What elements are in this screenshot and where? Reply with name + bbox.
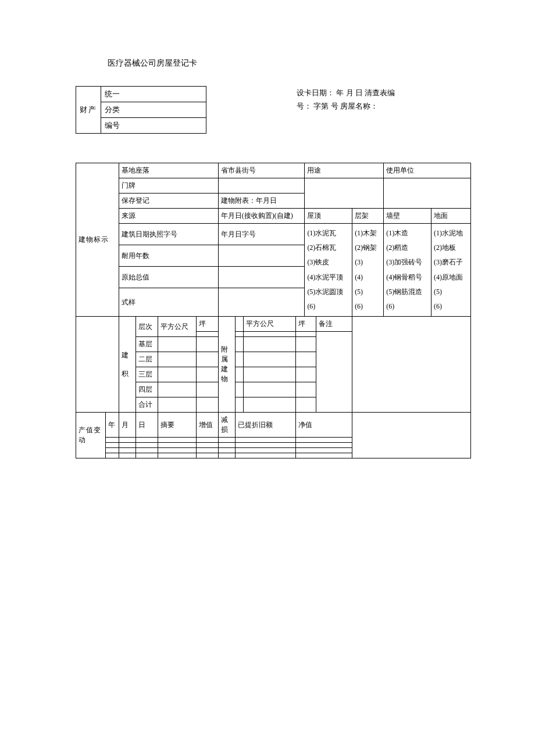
property-code-table: 财产 统一 分类 编号	[76, 86, 206, 134]
att-r4-c2	[243, 382, 295, 397]
att-r2-c3	[295, 352, 316, 367]
day-label: 日	[136, 413, 158, 438]
att-r2-c1	[235, 352, 243, 367]
attached-c1r2	[235, 332, 243, 337]
check-number-line: 号： 字第 号 房屋名称：	[297, 99, 395, 113]
level-label: 层次	[136, 317, 158, 337]
door-label: 门牌	[119, 178, 219, 194]
att-r1-c1	[235, 337, 243, 352]
building-label: 建物标示	[76, 163, 119, 317]
third-ping	[196, 367, 218, 382]
att-r3-c3	[295, 367, 316, 382]
attached-c2r2	[243, 332, 295, 337]
third-floor-label: 三层	[136, 367, 158, 382]
build-date-label: 建筑日期执照字号	[119, 224, 219, 245]
base-location-value: 省市县街号	[218, 163, 305, 178]
year-label: 年	[106, 413, 119, 438]
remark-body	[352, 317, 471, 413]
orig-value-label: 原始总值	[119, 267, 219, 288]
build-area-label: 建 积	[119, 317, 136, 413]
source-value: 年月日(接收购置)(自建)	[218, 209, 305, 224]
base-floor-label: 基层	[136, 337, 158, 352]
roof-items: (1)水泥瓦 (2)石棉瓦 (3)铁皮 (4)水泥平顶 (5)水泥圆顶 (6)	[305, 224, 352, 317]
ping-empty	[196, 332, 218, 337]
frame-items: (1)木架 (2)钢架 (3) (4) (5) (6)	[352, 224, 384, 317]
wall-label: 墙壁	[384, 209, 431, 224]
useful-years-label: 耐用年数	[119, 245, 219, 267]
build-date-value: 年月日字号	[218, 224, 305, 245]
sqm2-label: 平方公尺	[243, 317, 295, 332]
att-r3-c2	[243, 367, 295, 382]
useful-years-value	[218, 245, 305, 267]
att-r1-c2	[243, 337, 295, 352]
style-value	[218, 288, 305, 317]
page-title: 医疗器械公司房屋登记卡	[108, 58, 471, 69]
unified-label: 统一	[101, 87, 206, 102]
decrease-label: 减损	[218, 413, 235, 438]
att-r3-c1	[235, 367, 243, 382]
property-side-label: 财产	[76, 87, 101, 134]
att-r4-c3	[295, 382, 316, 397]
base-sqm	[158, 337, 197, 352]
depreciation-label: 已提折旧额	[235, 413, 295, 438]
remark-empty	[316, 332, 352, 413]
net-value-label: 净值	[295, 413, 352, 438]
door-value	[218, 178, 305, 194]
att-r1-c3	[295, 337, 316, 352]
increase-label: 增值	[196, 413, 218, 438]
total-ping	[196, 397, 218, 413]
frame-label: 层架	[352, 209, 384, 224]
attached-label: 附属建物	[218, 317, 235, 413]
unit-label: 使用单位	[384, 163, 471, 178]
header-right: 设卡日期： 年 月 日 清查表编 号： 字第 号 房屋名称：	[297, 86, 395, 134]
preserve-label: 保存登记	[119, 194, 219, 209]
att-r4-c1	[235, 382, 243, 397]
floor-items: (1)水泥地 (2)地板 (3)磨石子 (4)原地面 (5) (6)	[431, 224, 471, 317]
number-label: 编号	[101, 118, 206, 134]
att-r5-c1	[235, 397, 243, 413]
summary-label: 摘要	[158, 413, 197, 438]
category-label: 分类	[101, 102, 206, 118]
attached-c3r2	[295, 332, 316, 337]
total-label: 合计	[136, 397, 158, 413]
att-r2-c2	[243, 352, 295, 367]
base-ping	[196, 337, 218, 352]
remark-label: 备注	[316, 317, 352, 332]
usage-label: 用途	[305, 163, 384, 178]
fourth-floor-label: 四层	[136, 382, 158, 397]
preserve-value: 建物附表：年月日	[218, 194, 305, 209]
fourth-ping	[196, 382, 218, 397]
sqm-label: 平方公尺	[158, 317, 197, 337]
att-r5-c3	[295, 397, 316, 413]
header-row: 财产 统一 分类 编号 设卡日期： 年 月 日 清查表编 号： 字第 号 房屋名…	[76, 86, 471, 134]
card-date-line: 设卡日期： 年 月 日 清查表编	[297, 86, 395, 99]
value-change-right-empty	[352, 413, 471, 458]
att-r5-c2	[243, 397, 295, 413]
usage-value	[305, 178, 384, 209]
orig-value-value	[218, 267, 305, 288]
value-change-label: 产值变动	[76, 413, 106, 458]
third-sqm	[158, 367, 197, 382]
second-floor-label: 二层	[136, 352, 158, 367]
style-label: 式样	[119, 288, 219, 317]
wall-items: (1)木造 (2)稻造 (3)加强砖号 (4)钢骨稻号 (5)钢筋混造 (6)	[384, 224, 431, 317]
ping-label: 坪	[196, 317, 218, 332]
month-label: 月	[119, 413, 136, 438]
unit-value	[384, 178, 471, 209]
floor-surface-label: 地面	[431, 209, 471, 224]
ping2-label: 坪	[295, 317, 316, 332]
main-table: 建物标示 基地座落 省市县街号 用途 使用单位 门牌 保存登记 建物附表：年月日…	[76, 163, 471, 458]
second-sqm	[158, 352, 197, 367]
empty-left	[76, 317, 119, 413]
fourth-sqm	[158, 382, 197, 397]
source-label: 来源	[119, 209, 219, 224]
total-sqm	[158, 397, 197, 413]
roof-label: 屋顶	[305, 209, 352, 224]
second-ping	[196, 352, 218, 367]
base-location-label: 基地座落	[119, 163, 219, 178]
attached-col1	[235, 317, 243, 332]
